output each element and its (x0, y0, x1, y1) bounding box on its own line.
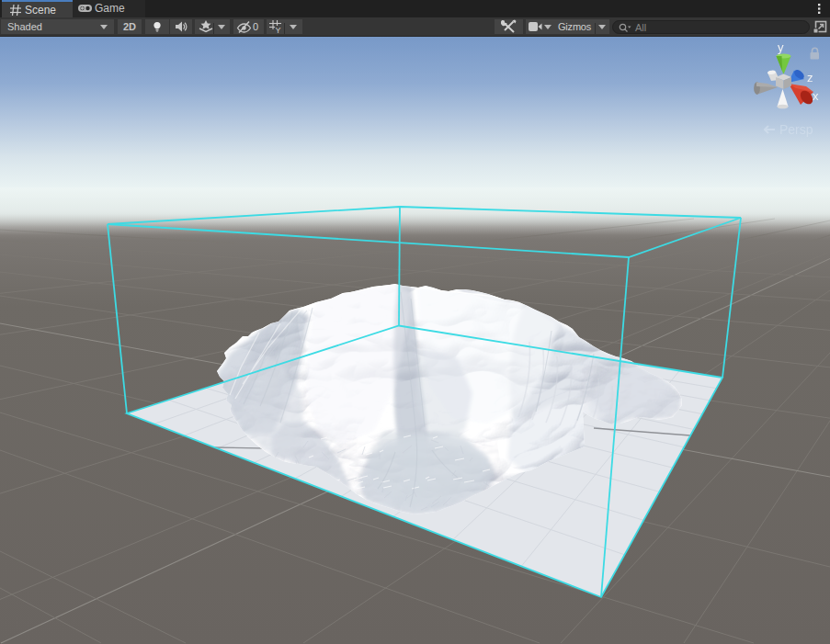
svg-text:Persp: Persp (779, 122, 813, 137)
svg-text:Y: Y (276, 26, 281, 34)
svg-text:z: z (807, 71, 813, 85)
svg-text:y: y (778, 40, 784, 54)
svg-text:x: x (813, 89, 819, 103)
